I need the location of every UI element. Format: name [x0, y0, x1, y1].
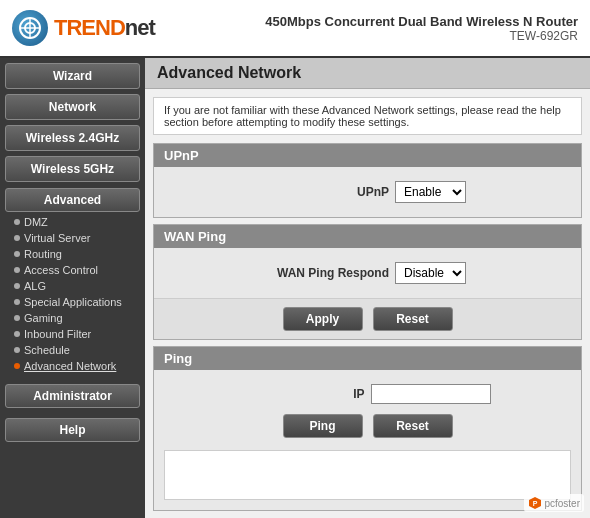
wan-ping-reset-button[interactable]: Reset	[373, 307, 453, 331]
sidebar-item-inbound-filter-label: Inbound Filter	[24, 328, 91, 340]
logo-icon	[12, 10, 48, 46]
wan-ping-button-row: Apply Reset	[154, 298, 581, 339]
sidebar-item-access-control[interactable]: Access Control	[10, 262, 145, 278]
header-right: 450Mbps Concurrent Dual Band Wireless N …	[265, 14, 578, 43]
sidebar-item-dmz[interactable]: DMZ	[10, 214, 145, 230]
upnp-header: UPnP	[154, 144, 581, 167]
header: TRENDnet 450Mbps Concurrent Dual Band Wi…	[0, 0, 590, 58]
bullet-icon	[14, 347, 20, 353]
sidebar-item-schedule-label: Schedule	[24, 344, 70, 356]
brand-prefix: TREND	[54, 15, 125, 40]
sidebar-item-inbound-filter[interactable]: Inbound Filter	[10, 326, 145, 342]
model-number: TEW-692GR	[265, 29, 578, 43]
wan-ping-panel: WAN Ping WAN Ping Respond Disable Enable…	[153, 224, 582, 340]
upnp-label: UPnP	[269, 185, 389, 199]
upnp-panel: UPnP UPnP Enable Disable	[153, 143, 582, 218]
bullet-active-icon	[14, 363, 20, 369]
svg-text:P: P	[533, 500, 538, 507]
bullet-icon	[14, 331, 20, 337]
ping-button[interactable]: Ping	[283, 414, 363, 438]
sidebar-item-routing-label: Routing	[24, 248, 62, 260]
brand-name: TRENDnet	[54, 15, 155, 41]
wan-ping-body: WAN Ping Respond Disable Enable	[154, 248, 581, 298]
ping-panel: Ping IP Ping Reset	[153, 346, 582, 511]
layout: Wizard Network Wireless 2.4GHz Wireless …	[0, 58, 590, 518]
main-content: Advanced Network If you are not familiar…	[145, 58, 590, 518]
sidebar-item-virtual-server-label: Virtual Server	[24, 232, 90, 244]
watermark: P pcfoster	[524, 494, 584, 512]
description-box: If you are not familiar with these Advan…	[153, 97, 582, 135]
upnp-row: UPnP Enable Disable	[269, 181, 466, 203]
sidebar-btn-wireless24[interactable]: Wireless 2.4GHz	[5, 125, 140, 151]
bullet-icon	[14, 283, 20, 289]
ping-ip-row: IP	[245, 384, 491, 404]
wan-ping-row: WAN Ping Respond Disable Enable	[269, 262, 466, 284]
sidebar-btn-network[interactable]: Network	[5, 94, 140, 120]
sidebar-item-advanced-network[interactable]: Advanced Network	[10, 358, 145, 374]
sidebar-item-dmz-label: DMZ	[24, 216, 48, 228]
bullet-icon	[14, 315, 20, 321]
watermark-text: pcfoster	[544, 498, 580, 509]
brand-suffix: net	[125, 15, 155, 40]
sidebar-item-alg[interactable]: ALG	[10, 278, 145, 294]
bullet-icon	[14, 299, 20, 305]
sidebar-item-access-control-label: Access Control	[24, 264, 98, 276]
sidebar: Wizard Network Wireless 2.4GHz Wireless …	[0, 58, 145, 518]
ping-output	[164, 450, 571, 500]
sidebar-advanced-items: DMZ Virtual Server Routing Access Contro…	[0, 212, 145, 378]
bullet-icon	[14, 267, 20, 273]
page-title: Advanced Network	[145, 58, 590, 89]
tagline: 450Mbps Concurrent Dual Band Wireless N …	[265, 14, 578, 29]
sidebar-item-routing[interactable]: Routing	[10, 246, 145, 262]
wan-ping-label: WAN Ping Respond	[269, 266, 389, 280]
watermark-icon: P	[528, 496, 542, 510]
sidebar-item-advanced-network-label: Advanced Network	[24, 360, 116, 372]
sidebar-item-virtual-server[interactable]: Virtual Server	[10, 230, 145, 246]
wan-ping-apply-button[interactable]: Apply	[283, 307, 363, 331]
sidebar-item-gaming[interactable]: Gaming	[10, 310, 145, 326]
wan-ping-select[interactable]: Disable Enable	[395, 262, 466, 284]
sidebar-item-alg-label: ALG	[24, 280, 46, 292]
ping-button-row: Ping Reset	[164, 414, 571, 438]
wan-ping-header: WAN Ping	[154, 225, 581, 248]
sidebar-item-gaming-label: Gaming	[24, 312, 63, 324]
sidebar-btn-wizard[interactable]: Wizard	[5, 63, 140, 89]
bullet-icon	[14, 251, 20, 257]
sidebar-item-schedule[interactable]: Schedule	[10, 342, 145, 358]
sidebar-item-special-applications-label: Special Applications	[24, 296, 122, 308]
ping-body: IP Ping Reset	[154, 370, 581, 510]
sidebar-btn-wireless5[interactable]: Wireless 5GHz	[5, 156, 140, 182]
bullet-icon	[14, 219, 20, 225]
sidebar-advanced-label: Advanced	[5, 188, 140, 212]
upnp-select[interactable]: Enable Disable	[395, 181, 466, 203]
ping-ip-label: IP	[245, 387, 365, 401]
upnp-body: UPnP Enable Disable	[154, 167, 581, 217]
ping-reset-button[interactable]: Reset	[373, 414, 453, 438]
logo-area: TRENDnet	[12, 10, 155, 46]
ping-ip-input[interactable]	[371, 384, 491, 404]
bullet-icon	[14, 235, 20, 241]
description-text: If you are not familiar with these Advan…	[164, 104, 561, 128]
sidebar-help-label: Help	[5, 418, 140, 442]
sidebar-admin-label: Administrator	[5, 384, 140, 408]
ping-header: Ping	[154, 347, 581, 370]
sidebar-item-special-applications[interactable]: Special Applications	[10, 294, 145, 310]
